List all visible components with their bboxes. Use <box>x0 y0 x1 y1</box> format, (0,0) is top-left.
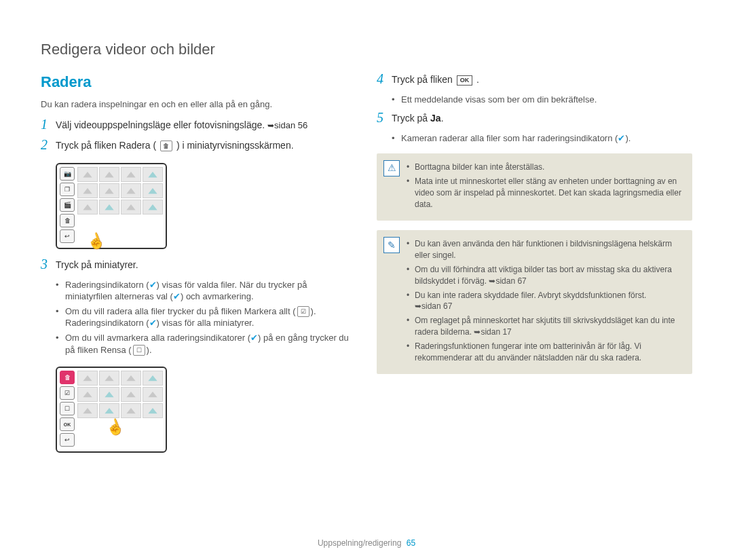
note-item: Raderingsfunktionen fungerar inte om bat… <box>407 341 683 364</box>
bullet: Raderingsindikatorn (✔) visas för valda … <box>56 279 356 303</box>
clear-icon: ☐ <box>133 345 145 356</box>
page-ref-arrow-icon: ➥ <box>267 121 274 130</box>
bullet: Kameran raderar alla filer som har rader… <box>392 132 692 145</box>
step-body: Tryck på Ja. <box>392 112 692 126</box>
step-text: Tryck på miniatyrer. <box>56 259 138 270</box>
step-body: Tryck på fliken Radera ( 🗑 ) i miniatyrv… <box>56 139 356 153</box>
bullet: Ett meddelande visas som ber om din bekr… <box>392 94 692 106</box>
side-tab-camera: 📷 <box>60 167 75 181</box>
grid-cells <box>77 167 163 245</box>
check-icon: ✔ <box>173 291 181 301</box>
warning-icon: ⚠ <box>383 160 400 176</box>
warning-box: ⚠ Borttagna bilder kan inte återställas.… <box>377 153 692 221</box>
bullet: Om du vill radera alla filer trycker du … <box>56 305 356 329</box>
step-bold: Ja <box>430 113 441 124</box>
section-heading: Radera <box>41 73 356 91</box>
step5-bullets: Kameran raderar alla filer som har rader… <box>377 132 692 145</box>
step-text-b: ) i miniatyrvisningsskärmen. <box>176 140 294 151</box>
note-item: Du kan inte radera skyddade filer. Avbry… <box>407 290 683 313</box>
step4-bullets: Ett meddelande visas som ber om din bekr… <box>377 94 692 106</box>
side-tabs: 🗑 ☑ ☐ OK ↩ <box>60 371 75 449</box>
warning-item: Borttagna bilder kan inte återställas. <box>407 162 683 173</box>
thumbnail-grid-1: 📷 ❐ 🎬 🗑 ↩ ☝ <box>56 163 167 249</box>
note-item: Du kan även använda den här funktionen i… <box>407 238 683 261</box>
note-icon: ✎ <box>383 237 400 253</box>
step-text-b: . <box>476 74 479 85</box>
page: Redigera videor och bilder Radera Du kan… <box>0 0 733 560</box>
step-1: 1 Välj videouppspelningsläge eller fotov… <box>41 119 356 132</box>
bullet: Om du vill avmarkera alla raderingsindik… <box>56 332 356 356</box>
step-text-a: Tryck på <box>392 113 430 124</box>
check-icon: ✔ <box>149 318 157 328</box>
side-tab-film: 🎬 <box>60 198 75 212</box>
step-body: Tryck på miniatyrer. <box>56 259 356 272</box>
side-tab-overlay: ❐ <box>60 183 75 196</box>
side-tabs: 📷 ❐ 🎬 🗑 ↩ <box>60 167 75 245</box>
ok-button-icon: OK <box>457 75 473 86</box>
footer-section: Uppspelning/redigering <box>318 538 401 548</box>
step-text: Välj videouppspelningsläge eller fotovis… <box>56 119 267 130</box>
side-tab-clear: ☐ <box>60 402 75 415</box>
page-title: Redigera videor och bilder <box>41 41 692 58</box>
step-text-a: Tryck på fliken <box>392 74 455 85</box>
step-number: 4 <box>377 72 392 86</box>
note-box: ✎ Du kan även använda den här funktionen… <box>377 230 692 374</box>
intro-text: Du kan radera inspelningar en och en ell… <box>41 99 356 109</box>
step3-bullets: Raderingsindikatorn (✔) visas för valda … <box>41 279 356 356</box>
check-icon: ✔ <box>250 333 258 343</box>
side-tab-trash: 🗑 <box>60 214 75 227</box>
step-3: 3 Tryck på miniatyrer. <box>41 259 356 272</box>
note-item: Om reglaget på minneskortet har skjutits… <box>407 315 683 338</box>
right-column: 4 Tryck på fliken OK . Ett meddelande vi… <box>377 73 692 462</box>
trash-icon: 🗑 <box>160 141 172 151</box>
check-icon: ✔ <box>618 133 625 143</box>
select-all-icon: ☑ <box>297 306 309 317</box>
page-ref-arrow-icon: ➥ <box>474 327 481 337</box>
page-ref-arrow-icon: ➥ <box>415 301 421 311</box>
step-number: 1 <box>41 117 56 131</box>
step-body: Tryck på fliken OK . <box>392 73 692 87</box>
grid-cells <box>77 371 163 449</box>
step-5: 5 Tryck på Ja. <box>377 112 692 126</box>
page-ref-arrow-icon: ➥ <box>489 276 495 286</box>
side-tab-back: ↩ <box>60 229 75 243</box>
side-tab-ok: OK <box>60 417 75 431</box>
left-column: Radera Du kan radera inspelningar en och… <box>41 73 356 462</box>
step-number: 5 <box>377 111 392 124</box>
side-tab-back: ↩ <box>60 433 75 447</box>
page-ref: sidan 56 <box>274 120 307 130</box>
step-number: 3 <box>41 257 56 271</box>
step-4: 4 Tryck på fliken OK . <box>377 73 692 87</box>
step-number: 2 <box>41 138 56 151</box>
step-text-b: . <box>441 113 444 124</box>
step-2: 2 Tryck på fliken Radera ( 🗑 ) i miniaty… <box>41 139 356 153</box>
page-footer: Uppspelning/redigering 65 <box>0 538 733 548</box>
step-text-a: Tryck på fliken Radera ( <box>56 140 156 151</box>
warning-item: Mata inte ut minneskortet eller stäng av… <box>407 176 683 210</box>
check-icon: ✔ <box>149 280 157 290</box>
content-columns: Radera Du kan radera inspelningar en och… <box>41 73 692 462</box>
step-body: Välj videouppspelningsläge eller fotovis… <box>56 119 356 132</box>
side-tab-trash-active: 🗑 <box>60 371 75 384</box>
thumbnail-grid-2: 🗑 ☑ ☐ OK ↩ ☝ <box>56 367 167 453</box>
note-item: Om du vill förhindra att viktiga bilder … <box>407 264 683 287</box>
page-number: 65 <box>407 538 415 548</box>
side-tab-select-all: ☑ <box>60 386 75 400</box>
